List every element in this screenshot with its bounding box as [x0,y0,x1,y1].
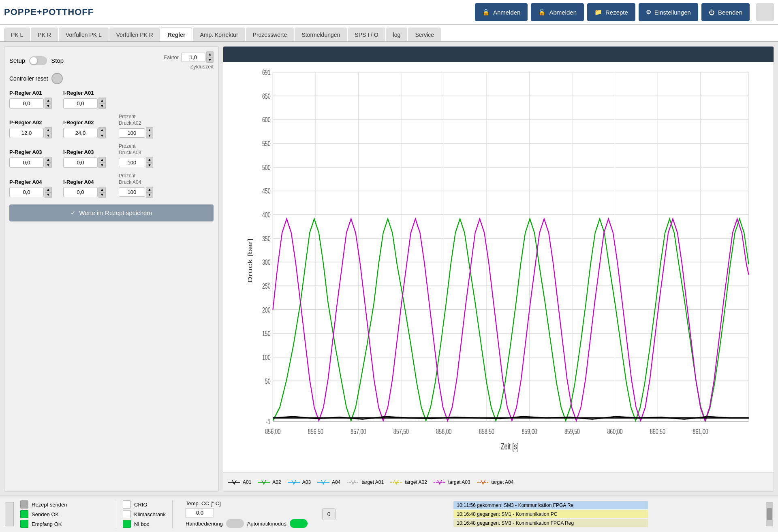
regler-row-a02: P-Regler A02 ▲ ▼ I-Regler A02 [9,114,214,138]
crio-section: CRIO Klimaschrank NI box [123,500,166,528]
zero-button[interactable]: 0 [322,508,336,520]
klimaschrank-dot [123,510,131,518]
svg-text:856,00: 856,00 [265,427,280,435]
i-regler-a03-down[interactable]: ▼ [98,162,106,168]
faktor-input[interactable] [181,53,205,62]
p-regler-a02-down[interactable]: ▼ [45,133,52,138]
tab-pk-r[interactable]: PK R [31,28,58,41]
senden-dot [20,510,28,518]
i-regler-a04-up[interactable]: ▲ [98,187,106,192]
svg-text:Druck [bar]: Druck [bar] [248,238,253,283]
p-regler-a03-label: P-Regler A03 [9,149,52,155]
p-regler-a01-up[interactable]: ▲ [45,98,52,103]
tab-regler[interactable]: Regler [161,28,192,41]
tab-stoermeldungen[interactable]: Störmeldungen [295,28,347,41]
prozent-a02-down[interactable]: ▼ [146,133,153,138]
p-regler-a03-input[interactable] [9,157,44,168]
faktor-up-button[interactable]: ▲ [206,51,214,57]
scrollbar-handle[interactable] [766,502,773,526]
tab-vorfuellen-pk-r[interactable]: Vorfüllen PK R [109,28,160,41]
abmelden-button[interactable]: 🔓 Abmelden [531,3,584,21]
log-message-2: 10:16:48 gegangen: SM3 - Kommunikation F… [453,519,648,527]
einstellungen-button[interactable]: ⚙ Einstellungen [639,3,698,21]
legend-a01: A01 [228,479,251,485]
i-regler-a03-up[interactable]: ▲ [98,157,106,162]
klimaschrank-row: Klimaschrank [123,510,166,518]
svg-text:859,00: 859,00 [522,427,537,435]
klimaschrank-label: Klimaschrank [134,511,166,517]
tab-amp-korrektur[interactable]: Amp. Korrektur [193,28,245,41]
svg-text:858,00: 858,00 [436,427,451,435]
i-regler-a02-down[interactable]: ▼ [98,133,106,138]
handbedienung-label: Handbedienung [186,521,223,527]
p-regler-a03-down[interactable]: ▼ [45,162,52,168]
regler-row-a04: P-Regler A04 ▲ ▼ I-Regler A04 [9,173,214,198]
svg-text:250: 250 [262,281,271,290]
i-regler-a01-up[interactable]: ▲ [98,98,106,103]
prozent-a02-input[interactable] [119,128,145,138]
controls-panel: Setup Stop Faktor ▲ ▼ Zykl [4,46,219,492]
prozent-a04-down[interactable]: ▼ [146,192,153,198]
checkmark-icon: ✓ [71,209,76,217]
rezept-dot [20,500,28,509]
i-regler-a04-down[interactable]: ▼ [98,192,106,198]
setup-stop-toggle[interactable] [29,56,47,65]
i-regler-a04-input[interactable] [63,187,98,197]
faktor-down-button[interactable]: ▼ [206,57,214,63]
crio-label: CRIO [134,502,147,508]
svg-text:691: 691 [262,68,271,76]
rezepte-button[interactable]: 📁 Rezepte [587,3,635,21]
automatikmodus-toggle[interactable] [290,519,308,528]
automatikmodus-label: Automatikmodus [247,521,286,527]
p-regler-a01-input[interactable] [9,98,44,109]
svg-text:861,00: 861,00 [693,427,708,435]
senden-label: Senden OK [32,511,59,517]
prozent-a03-input[interactable] [119,158,145,167]
power-icon: ⏻ [709,9,715,16]
i-regler-a01-down[interactable]: ▼ [98,103,106,109]
tab-sps-io[interactable]: SPS I / O [348,28,385,41]
controller-reset-toggle[interactable] [51,73,63,84]
temp-section: Temp. CC [° C] Handbedienung Automatikmo… [186,500,308,528]
prozent-a04-input[interactable] [119,187,145,197]
svg-text:860,50: 860,50 [650,427,665,435]
prozent-a04-up[interactable]: ▲ [146,187,153,192]
p-regler-a04-up[interactable]: ▲ [45,187,52,192]
handbedienung-toggle[interactable] [226,519,244,528]
i-regler-a01-input[interactable] [63,98,98,109]
p-regler-a04-label: P-Regler A04 [9,179,52,185]
i-regler-a02-input[interactable] [63,128,98,138]
p-regler-a02-input[interactable] [9,128,44,138]
lock-icon: 🔒 [482,9,490,16]
p-regler-a03-up[interactable]: ▲ [45,157,52,162]
prozent-a03-up[interactable]: ▲ [146,157,153,162]
beenden-button[interactable]: ⏻ Beenden [701,3,750,21]
tab-vorfuellen-pk-l[interactable]: Vorfüllen PK L [59,28,109,41]
tab-log[interactable]: log [386,28,408,41]
p-regler-a04-input[interactable] [9,187,44,197]
svg-text:856,50: 856,50 [308,427,323,435]
crio-row: CRIO [123,500,166,509]
p-regler-a01-down[interactable]: ▼ [45,103,52,109]
tab-prozesswerte[interactable]: Prozesswerte [246,28,294,41]
empfang-dot [20,520,28,528]
svg-text:350: 350 [262,234,271,243]
prozent-a02-up[interactable]: ▲ [146,127,153,133]
tab-pk-l[interactable]: PK L [4,28,30,41]
svg-text:-1: -1 [266,417,271,426]
i-regler-a03-input[interactable] [63,157,98,168]
empfang-label: Empfang OK [32,521,62,527]
temp-input[interactable] [186,508,214,517]
i-regler-a02-up[interactable]: ▲ [98,127,106,133]
regler-row-a03: P-Regler A03 ▲ ▼ I-Regler A03 [9,143,214,168]
legend-target-a04: target A04 [477,479,514,485]
header: POPPE+POTTHOFF 🔒 Anmelden 🔓 Abmelden 📁 R… [0,0,778,25]
tab-service[interactable]: Service [408,28,441,41]
p-regler-a04-down[interactable]: ▼ [45,192,52,198]
gear-icon: ⚙ [646,9,651,16]
save-button[interactable]: ✓ Werte im Rezept speichern [9,204,214,221]
p-regler-a02-up[interactable]: ▲ [45,127,52,133]
anmelden-button[interactable]: 🔒 Anmelden [475,3,528,21]
svg-text:650: 650 [262,92,271,100]
prozent-a03-down[interactable]: ▼ [146,162,153,168]
